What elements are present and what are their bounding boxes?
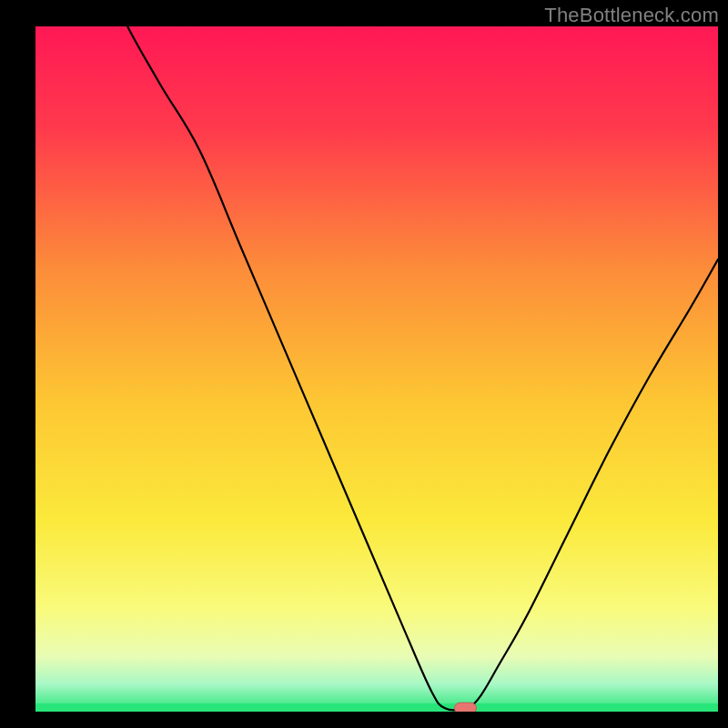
green-baseline-band <box>35 703 718 712</box>
gradient-background <box>35 26 718 712</box>
bottleneck-chart-svg <box>35 26 718 712</box>
watermark-text: TheBottleneck.com <box>544 4 719 27</box>
optimal-point-marker <box>455 703 477 712</box>
chart-frame: TheBottleneck.com <box>0 0 728 728</box>
plot-area <box>35 26 718 712</box>
